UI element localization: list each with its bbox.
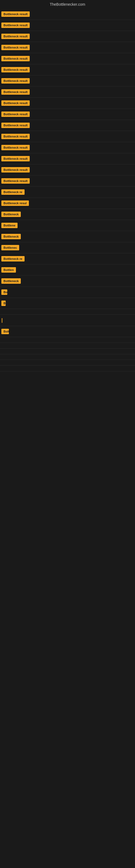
- list-item: Bottleneck re: [0, 253, 135, 265]
- bottleneck-result-badge[interactable]: Bottleneck result: [1, 167, 30, 173]
- bottleneck-result-badge[interactable]: Bottleneck result: [1, 89, 30, 95]
- bottleneck-result-badge[interactable]: Bottleneck: [1, 234, 21, 239]
- list-item: Bottleneck result: [0, 164, 135, 176]
- list-item: Bottleneck result: [0, 87, 135, 98]
- bottleneck-result-badge[interactable]: Bottleneck re: [1, 256, 25, 261]
- list-item: Bottlen: [0, 265, 135, 276]
- bottleneck-result-badge[interactable]: Bottleneck result: [1, 45, 30, 50]
- bottleneck-result-badge: |: [1, 317, 3, 323]
- list-item: Bottleneck result: [0, 131, 135, 142]
- bottleneck-result-badge[interactable]: Bottleneck result: [1, 78, 30, 84]
- list-item: Bottlenec: [0, 242, 135, 253]
- list-item: Bottleneck result: [0, 176, 135, 187]
- bottleneck-result-badge[interactable]: Bo: [1, 289, 7, 295]
- list-item: Bottleneck result: [0, 9, 135, 20]
- bottleneck-result-badge[interactable]: Bottleneck result: [1, 23, 30, 28]
- bottleneck-result-badge[interactable]: Bottleneck result: [1, 100, 30, 106]
- bottleneck-result-badge[interactable]: Bottleneck resul: [1, 200, 29, 206]
- list-item: [0, 309, 135, 315]
- list-item: [0, 343, 135, 348]
- bottleneck-result-badge[interactable]: Bottleneck result: [1, 34, 30, 39]
- list-item: Bottleneck resul: [0, 198, 135, 209]
- bottleneck-result-badge[interactable]: Bottleneck result: [1, 178, 30, 184]
- list-item: [0, 337, 135, 343]
- list-item: Bottleneck result: [0, 153, 135, 164]
- bottleneck-result-badge[interactable]: Bottlene: [1, 223, 17, 228]
- bottleneck-result-badge[interactable]: Bottleneck result: [1, 145, 30, 150]
- list-item: Bottleneck result: [0, 42, 135, 53]
- badges-container: Bottleneck resultBottleneck resultBottle…: [0, 9, 135, 371]
- list-item: Bottleneck result: [0, 64, 135, 75]
- list-item: Bottleneck re: [0, 187, 135, 198]
- list-item: Bo: [0, 287, 135, 298]
- list-item: Bottleneck: [0, 276, 135, 287]
- bottleneck-result-badge[interactable]: Bottleneck result: [1, 156, 30, 161]
- bottleneck-result-badge[interactable]: Bottleneck re: [1, 189, 25, 195]
- bottleneck-result-badge[interactable]: Bottleneck result: [1, 11, 30, 17]
- list-item: B: [0, 298, 135, 309]
- bottleneck-result-badge[interactable]: Bottleneck result: [1, 134, 30, 139]
- list-item: Bottleneck result: [0, 142, 135, 153]
- bottleneck-result-badge[interactable]: Bottleneck result: [1, 123, 30, 128]
- bottleneck-result-badge[interactable]: B: [1, 301, 6, 306]
- bottleneck-result-badge[interactable]: Bottleneck result: [1, 56, 30, 61]
- bottleneck-result-badge[interactable]: Bottleneck result: [1, 67, 30, 72]
- bottleneck-result-badge[interactable]: Bolt: [1, 329, 9, 334]
- list-item: [0, 354, 135, 360]
- bottleneck-result-badge[interactable]: Bottleneck: [1, 212, 21, 217]
- bottleneck-result-badge[interactable]: Bottleneck: [1, 278, 21, 284]
- list-item: Bottleneck result: [0, 31, 135, 42]
- list-item: Bottleneck result: [0, 20, 135, 31]
- list-item: Bottleneck result: [0, 75, 135, 87]
- list-item: [0, 360, 135, 366]
- list-item: Bottleneck result: [0, 109, 135, 120]
- list-item: Bottleneck: [0, 231, 135, 242]
- bottleneck-result-badge[interactable]: Bottlenec: [1, 245, 19, 250]
- list-item: [0, 348, 135, 354]
- list-item: Bottleneck result: [0, 120, 135, 131]
- list-item: Bottlene: [0, 220, 135, 231]
- list-item: [0, 366, 135, 371]
- list-item: Bolt: [0, 326, 135, 337]
- list-item: Bottleneck result: [0, 98, 135, 109]
- list-item: |: [0, 315, 135, 326]
- bottleneck-result-badge[interactable]: Bottleneck result: [1, 112, 30, 117]
- list-item: Bottleneck result: [0, 53, 135, 64]
- list-item: Bottleneck: [0, 209, 135, 220]
- bottleneck-result-badge[interactable]: Bottlen: [1, 267, 16, 273]
- site-title: TheBottlenecker.com: [0, 0, 135, 9]
